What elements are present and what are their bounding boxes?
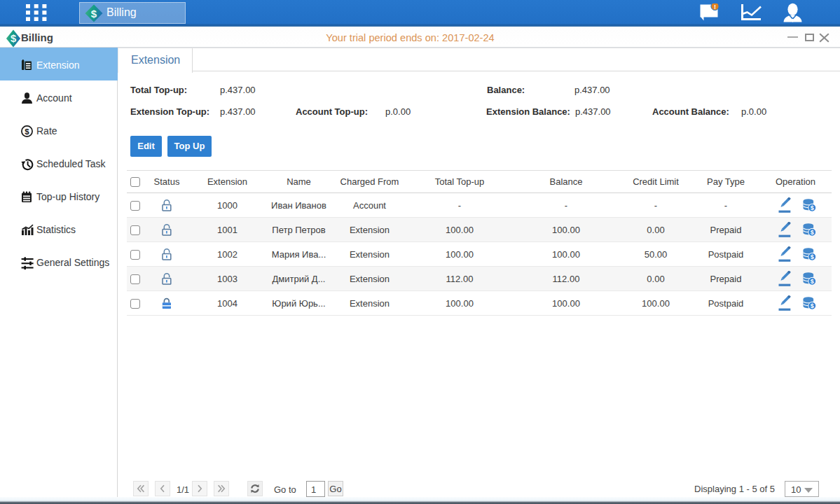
svg-text:$: $: [25, 127, 29, 136]
svg-text:!: !: [714, 4, 716, 10]
svg-text:$: $: [91, 8, 97, 20]
